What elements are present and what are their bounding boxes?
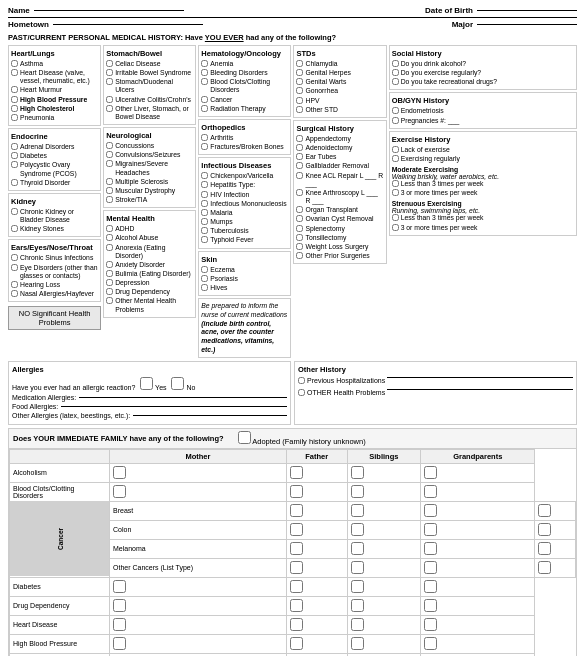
family-cell[interactable] (286, 539, 347, 558)
item-tonsillectomy[interactable]: Tonsillectomy (296, 234, 383, 242)
item-eczema[interactable]: Eczema (201, 266, 288, 274)
allergy-no-checkbox[interactable] (171, 377, 184, 390)
item-kidney-stones[interactable]: Kidney Stones (11, 225, 98, 233)
family-cell[interactable] (110, 463, 287, 482)
item-mono[interactable]: Infectious Mononucleosis (201, 200, 288, 208)
family-cell[interactable] (286, 501, 347, 520)
family-cell[interactable] (347, 539, 421, 558)
item-radiation[interactable]: Radiation Therapy (201, 105, 288, 113)
family-checkbox[interactable] (424, 580, 437, 593)
item-gonorrhea[interactable]: Gonorrhea (296, 87, 383, 95)
item-other-std[interactable]: Other STD (296, 106, 383, 114)
item-lack-exercise[interactable]: Lack of exercise (392, 146, 574, 154)
family-cell[interactable] (347, 482, 421, 501)
item-drink-alcohol[interactable]: Do you drink alcohol? (392, 60, 574, 68)
item-knee-acl[interactable]: Knee ACL Repair L ___ R ___ (296, 172, 383, 188)
item-depression[interactable]: Depression (106, 279, 193, 287)
item-recreational-drugs[interactable]: Do you take recreational drugs? (392, 78, 574, 86)
item-psoriasis[interactable]: Psoriasis (201, 275, 288, 283)
item-eye[interactable]: Eye Disorders (other than glasses or con… (11, 264, 98, 280)
allergy-no-label[interactable]: No (171, 384, 195, 391)
item-nasal[interactable]: Nasal Allergies/Hayfever (11, 290, 98, 298)
item-colitis[interactable]: Ulcerative Colitis/Crohn's (106, 96, 193, 104)
item-appendectomy[interactable]: Appendectomy (296, 135, 383, 143)
item-heart-murmur[interactable]: Heart Murmur (11, 86, 98, 94)
family-checkbox[interactable] (351, 618, 364, 631)
item-ibs[interactable]: Irritable Bowel Syndrome (106, 69, 193, 77)
family-checkbox[interactable] (290, 485, 303, 498)
family-checkbox[interactable] (351, 599, 364, 612)
family-cell[interactable] (286, 520, 347, 539)
item-stroke[interactable]: Stroke/TIA (106, 196, 193, 204)
family-checkbox[interactable] (424, 485, 437, 498)
family-cell[interactable] (347, 520, 421, 539)
family-checkbox[interactable] (538, 523, 551, 536)
item-str-3plus[interactable]: 3 or more times per week (392, 224, 574, 232)
adopted-checkbox[interactable] (238, 431, 251, 444)
family-cell[interactable] (421, 615, 535, 634)
item-seizures[interactable]: Convulsions/Seizures (106, 151, 193, 159)
family-cell[interactable] (421, 463, 535, 482)
item-mod-less3[interactable]: Less than 3 times per week (392, 180, 574, 188)
item-mumps[interactable]: Mumps (201, 218, 288, 226)
family-checkbox[interactable] (351, 523, 364, 536)
item-tb[interactable]: Tuberculosis (201, 227, 288, 235)
item-ear-tubes[interactable]: Ear Tubes (296, 153, 383, 161)
item-organ-transplant[interactable]: Organ Transplant (296, 206, 383, 214)
item-diabetes[interactable]: Diabetes (11, 152, 98, 160)
family-checkbox[interactable] (290, 466, 303, 479)
family-checkbox[interactable] (290, 599, 303, 612)
item-exercise-regularly-social[interactable]: Do you exercise regularly? (392, 69, 574, 77)
item-blood-clots[interactable]: Blood Clots/Clotting Disorders (201, 78, 288, 94)
family-cell[interactable] (286, 463, 347, 482)
item-pneumonia[interactable]: Pneumonia (11, 114, 98, 122)
item-knee-arthroscopy[interactable]: Knee Arthroscopy L ___ R ___ (296, 189, 383, 205)
item-arthritis[interactable]: Arthritis (201, 134, 288, 142)
item-mod-3plus[interactable]: 3 or more times per week (392, 189, 574, 197)
family-cell[interactable] (535, 558, 576, 577)
item-fractures[interactable]: Fractures/Broken Bones (201, 143, 288, 151)
family-cell[interactable] (347, 596, 421, 615)
family-checkbox[interactable] (290, 580, 303, 593)
item-anemia[interactable]: Anemia (201, 60, 288, 68)
item-hiv[interactable]: HIV Infection (201, 191, 288, 199)
item-bulimia[interactable]: Bulimia (Eating Disorder) (106, 270, 193, 278)
item-endometriosis[interactable]: Endometriosis (392, 107, 574, 115)
family-checkbox[interactable] (424, 504, 437, 517)
item-weight-loss-surgery[interactable]: Weight Loss Surgery (296, 243, 383, 251)
item-cancer[interactable]: Cancer (201, 96, 288, 104)
item-genital-herpes[interactable]: Genital Herpes (296, 69, 383, 77)
family-cell[interactable] (347, 501, 421, 520)
family-cell[interactable] (286, 596, 347, 615)
family-cell[interactable] (535, 520, 576, 539)
item-drug-dep[interactable]: Drug Dependency (106, 288, 193, 296)
item-hives[interactable]: Hives (201, 284, 288, 292)
family-checkbox[interactable] (424, 637, 437, 650)
item-high-chol[interactable]: High Cholesterol (11, 105, 98, 113)
family-cell[interactable] (421, 482, 535, 501)
family-checkbox[interactable] (538, 542, 551, 555)
family-cell[interactable] (347, 577, 421, 596)
item-genital-warts[interactable]: Genital Warts (296, 78, 383, 86)
item-ulcers[interactable]: Stomach/Duodenal Ulcers (106, 78, 193, 94)
family-cell[interactable] (535, 501, 576, 520)
family-checkbox[interactable] (113, 466, 126, 479)
item-malaria[interactable]: Malaria (201, 209, 288, 217)
family-checkbox[interactable] (424, 599, 437, 612)
item-high-bp[interactable]: High Blood Pressure (11, 96, 98, 104)
family-checkbox[interactable] (351, 542, 364, 555)
item-ovarian-cyst[interactable]: Ovarian Cyst Removal (296, 215, 383, 223)
item-bleeding[interactable]: Bleeding Disorders (201, 69, 288, 77)
family-checkbox[interactable] (424, 561, 437, 574)
family-checkbox[interactable] (113, 485, 126, 498)
family-cell[interactable] (286, 634, 347, 653)
family-checkbox[interactable] (424, 523, 437, 536)
item-prev-hospitalization[interactable]: Previous Hospitalizations (298, 377, 573, 385)
item-heart-disease[interactable]: Heart Disease (valve, vessel, rheumatic,… (11, 69, 98, 85)
item-str-less3[interactable]: Less than 3 times per week (392, 214, 574, 222)
item-kidney-bladder[interactable]: Chronic Kidney or Bladder Disease (11, 208, 98, 224)
item-hepatitis[interactable]: Hepatitis Type: (201, 181, 288, 189)
family-cell[interactable] (110, 596, 287, 615)
item-other-health[interactable]: OTHER Health Problems (298, 389, 573, 397)
item-exercising-reg[interactable]: Exercising regularly (392, 155, 574, 163)
